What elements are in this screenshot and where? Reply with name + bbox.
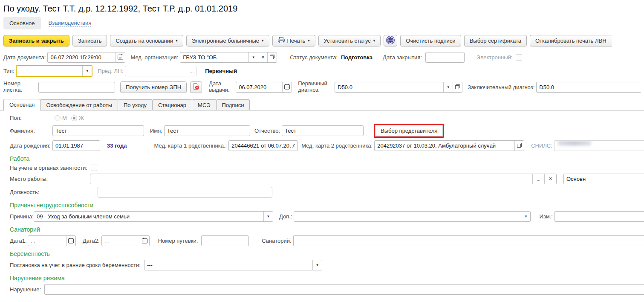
workplace-ellipsis-button[interactable]: ... bbox=[532, 174, 544, 184]
electronic-sick-notes-button[interactable]: Электронные больничные ▾ bbox=[186, 35, 269, 46]
calibrate-print-button[interactable]: Откалибровать печать ЛВН bbox=[530, 35, 612, 46]
doc-date-input[interactable] bbox=[48, 52, 116, 62]
toolbar: Записать и закрыть Записать Создать на о… bbox=[0, 33, 644, 49]
workplace-row: Место работы: ... ✕ bbox=[10, 174, 644, 184]
set-status-label: Установить статус bbox=[324, 38, 371, 44]
tab-work-release[interactable]: Освобождение от работы bbox=[40, 99, 118, 110]
voucher-input[interactable] bbox=[201, 235, 249, 246]
workplace-clear-button[interactable]: ✕ bbox=[544, 174, 556, 184]
create-from-button[interactable]: Создать на основании ▾ bbox=[110, 35, 183, 46]
med-org-clear-button[interactable]: ✕ bbox=[258, 52, 267, 62]
header-row-3: Номер листка: Получить номер ЭПН Дата вы… bbox=[0, 78, 644, 96]
snils-field bbox=[554, 140, 644, 151]
med-org-open-button[interactable] bbox=[267, 52, 277, 62]
primary-diagnosis-open-button[interactable] bbox=[453, 82, 462, 92]
prev-ln-ellipsis-button[interactable]: ... bbox=[187, 66, 196, 76]
reason-field: ▾ bbox=[34, 211, 273, 222]
additional-input[interactable] bbox=[294, 212, 521, 221]
final-diagnosis-input[interactable] bbox=[536, 82, 641, 93]
gender-female-radio[interactable] bbox=[71, 115, 77, 121]
birthdate-input[interactable] bbox=[52, 140, 100, 151]
section-incapacity-reasons: Причины нетрудоспособности bbox=[10, 202, 644, 209]
date2-calendar-button[interactable] bbox=[140, 236, 149, 246]
medcard2-label: Мед. карта 2 родственника: bbox=[301, 142, 373, 149]
patronymic-input[interactable] bbox=[282, 125, 364, 136]
additional-dropdown-button[interactable]: ▾ bbox=[521, 212, 530, 221]
tab-mse[interactable]: МСЭ bbox=[192, 99, 216, 110]
early-registration-label: Постановка на учет в ранние сроки береме… bbox=[10, 262, 141, 268]
date2-field bbox=[101, 235, 150, 246]
doc-date-label: Дата документа: bbox=[3, 54, 46, 61]
sanatorium-input[interactable] bbox=[293, 235, 644, 246]
prev-ln-label: Пред. ЛН: bbox=[98, 68, 123, 74]
issue-date-calendar-button[interactable] bbox=[282, 82, 292, 92]
early-registration-dropdown-button[interactable]: ▾ bbox=[312, 260, 322, 270]
change-input[interactable] bbox=[554, 211, 644, 222]
sheet-no-label: Номер листка: bbox=[3, 81, 28, 93]
worktype-input[interactable] bbox=[563, 174, 644, 184]
workplace-input[interactable] bbox=[90, 174, 532, 184]
gender-male-radio[interactable] bbox=[55, 115, 61, 121]
employment-row: На учете в органах занятости: bbox=[10, 165, 644, 171]
open-form-icon bbox=[269, 54, 275, 61]
print-button[interactable]: Печать ▾ bbox=[272, 35, 315, 46]
early-registration-input[interactable] bbox=[144, 260, 312, 270]
document-tabs: Основная Освобождение от работы По уходу… bbox=[0, 98, 644, 110]
primary-diagnosis-dropdown-button[interactable]: ▾ bbox=[443, 82, 453, 92]
select-representative-button[interactable]: Выбор представителя bbox=[375, 125, 443, 136]
date1-input[interactable] bbox=[28, 236, 66, 246]
fss-service-button[interactable] bbox=[384, 35, 397, 46]
issue-date-input[interactable] bbox=[236, 82, 282, 92]
get-eln-number-button[interactable]: Получить номер ЭПН bbox=[120, 81, 187, 93]
medcard2-input[interactable] bbox=[375, 141, 514, 151]
tab-care[interactable]: По уходу bbox=[118, 99, 153, 110]
doc-date-calendar-button[interactable] bbox=[116, 52, 125, 62]
header-row-2: Тип: ▾ Пред. ЛН: ... Первичный bbox=[0, 65, 644, 77]
type-input[interactable] bbox=[17, 66, 82, 76]
reason-input[interactable] bbox=[34, 212, 263, 221]
violation-row: Нарушение: bbox=[10, 284, 644, 295]
position-label: Должность: bbox=[10, 189, 98, 195]
nav-interactions[interactable]: Взаимодействия bbox=[49, 20, 92, 27]
med-org-dropdown-button[interactable]: ▾ bbox=[248, 52, 258, 62]
fss-globe-icon bbox=[386, 35, 395, 46]
save-button[interactable]: Записать bbox=[72, 35, 107, 46]
care-document-window: По уходу. Тест Т.Т. д.р. 12.12.1992, Тес… bbox=[0, 0, 644, 302]
set-status-button[interactable]: Установить статус ▾ bbox=[318, 35, 381, 46]
doc-status-label: Статус документа: bbox=[290, 54, 338, 61]
tab-hospital[interactable]: Стационар bbox=[152, 99, 192, 110]
close-date-input[interactable] bbox=[425, 52, 465, 63]
type-label: Тип: bbox=[3, 68, 14, 74]
doc-date-field bbox=[47, 52, 125, 63]
med-org-input[interactable] bbox=[180, 52, 248, 62]
employment-checkbox[interactable] bbox=[91, 165, 97, 171]
med-org-label: Мед. организация: bbox=[130, 54, 178, 61]
chevron-down-icon: ▾ bbox=[176, 39, 178, 43]
open-form-icon bbox=[455, 84, 460, 90]
reason-dropdown-button[interactable]: ▾ bbox=[263, 212, 273, 221]
cancel-eln-button[interactable] bbox=[190, 81, 202, 93]
prev-ln-field: ... bbox=[125, 66, 196, 76]
tab-main[interactable]: Основная bbox=[3, 99, 40, 110]
save-and-close-button[interactable]: Записать и закрыть bbox=[3, 35, 69, 46]
name-row: Фамилия: Имя: Отчество: Выбор представит… bbox=[10, 124, 644, 138]
nav-main[interactable]: Основное bbox=[3, 17, 41, 29]
date1-calendar-button[interactable] bbox=[66, 236, 75, 246]
prev-ln-input[interactable] bbox=[125, 66, 187, 76]
clear-signatures-button[interactable]: Очистисть подписи bbox=[400, 35, 461, 46]
select-certificate-button[interactable]: Выбор сертификата bbox=[464, 35, 527, 46]
electronic-label: Электронный: bbox=[477, 54, 513, 61]
firstname-input[interactable] bbox=[164, 125, 250, 136]
sheet-no-input[interactable] bbox=[38, 82, 115, 93]
medcard2-open-button[interactable] bbox=[514, 141, 524, 151]
type-dropdown-button[interactable]: ▾ bbox=[82, 66, 92, 76]
surname-input[interactable] bbox=[52, 125, 144, 136]
electronic-checkbox[interactable] bbox=[516, 54, 522, 61]
primary-diagnosis-input[interactable] bbox=[335, 82, 443, 92]
violation-input[interactable] bbox=[44, 284, 644, 295]
position-input[interactable] bbox=[98, 187, 272, 197]
medcard1-input[interactable] bbox=[228, 140, 298, 151]
tab-signatures[interactable]: Подписи bbox=[216, 99, 250, 110]
date2-input[interactable] bbox=[102, 236, 140, 246]
calendar-icon bbox=[284, 84, 290, 90]
